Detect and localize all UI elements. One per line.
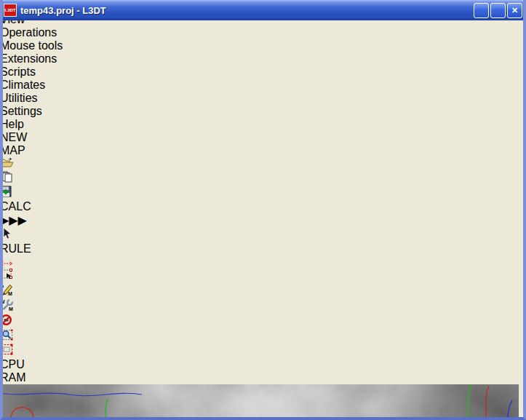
cursor-tool-button[interactable] [0,227,526,242]
ram-button[interactable]: RAM [0,371,526,384]
menu-item-extensions[interactable]: Extensions [0,52,526,66]
toolbar: NEWMAPCALC▶▶▶RULEDMWMCPURAM [0,131,526,384]
minimize-button[interactable] [474,3,489,18]
menu-item-climates[interactable]: Climates [0,79,526,92]
close-icon: ✕ [511,6,518,15]
window-title: temp43.proj - L3DT [20,5,106,16]
calc-button[interactable]: CALC▶▶▶ [0,200,526,227]
menu-item-mouse-tools[interactable]: Mouse tools [0,39,526,52]
svg-text:D: D [0,284,4,289]
cpu-button[interactable]: CPU [0,358,526,371]
menu-item-operations[interactable]: Operations [0,26,526,39]
menu-item-settings[interactable]: Settings [0,105,526,118]
app-icon: L3DT [4,4,17,17]
open-button[interactable] [0,157,526,171]
wrench-map-tool-button[interactable]: WM [0,298,526,314]
title-bar: L3DT temp43.proj - L3DT ✕ [0,0,526,20]
menu-item-utilities[interactable]: Utilities [0,92,526,105]
select-region-button[interactable] [0,344,526,358]
close-button[interactable]: ✕ [507,3,522,18]
maximize-button[interactable] [490,3,506,18]
no-entry-tool-button[interactable] [0,314,526,329]
new-map-button[interactable]: NEWMAP [0,131,526,157]
menu-item-help[interactable]: Help [0,118,526,131]
svg-text:W: W [0,299,5,304]
heightfield-view[interactable]: 5km Heightfield [0,384,526,420]
select-area-tool-button[interactable] [0,269,526,283]
menu-item-scripts[interactable]: Scripts [0,66,526,79]
save-button[interactable] [0,186,526,200]
draw-map-tool-button[interactable]: DM [0,283,526,298]
zoom-region-button[interactable] [0,329,526,344]
client-area: 5km Heightfield [0,384,526,420]
app-window: L3DT temp43.proj - L3DT ✕ FileViewOperat… [0,0,526,420]
svg-text:M: M [9,306,13,312]
ruler-tool-button[interactable]: RULE [0,242,526,269]
terrain-image: 5km [0,384,519,420]
copy-button[interactable] [0,171,526,186]
